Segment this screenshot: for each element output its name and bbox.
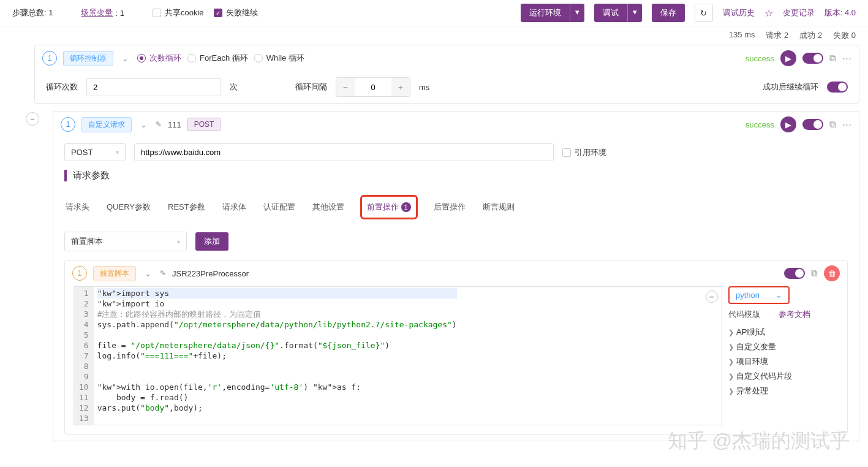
add-button[interactable]: 添加 (195, 232, 228, 251)
tab-assert[interactable]: 断言规则 (481, 195, 516, 219)
edit-icon[interactable]: ✎ (156, 120, 162, 129)
copy-icon[interactable]: ⧉ (829, 119, 836, 130)
radio-while-loop[interactable]: While 循环 (254, 53, 304, 64)
edit-icon[interactable]: ✎ (160, 269, 166, 278)
loop-count-input[interactable] (86, 78, 221, 96)
tree-item[interactable]: ❯自定义变量 (728, 340, 839, 354)
fail-continue-checkbox[interactable]: ✓失败继续 (214, 7, 258, 18)
debug-button[interactable]: 调试 ▾ (594, 4, 642, 22)
loop-count-unit: 次 (230, 82, 238, 93)
chevron-down-icon[interactable]: ⌄ (138, 120, 149, 129)
interval-stepper[interactable]: − + (336, 77, 410, 97)
interval-unit: ms (419, 83, 429, 92)
method-tag: POST (187, 118, 221, 131)
tab-body[interactable]: 请求体 (221, 195, 247, 219)
tree-item[interactable]: ❯项目环境 (728, 354, 839, 369)
request-name[interactable]: 111 (168, 120, 181, 129)
stat-fail: 失败 0 (833, 30, 856, 41)
preprocessor-card: 1 前置脚本 ⌄ ✎JSR223PreProcessor ⧉ 🗑 − 12345… (64, 260, 848, 435)
step-number: 1 (42, 51, 57, 66)
stat-success: 成功 2 (799, 30, 822, 41)
tab-rest[interactable]: REST参数 (167, 195, 206, 219)
collapse-code-icon[interactable]: − (706, 290, 718, 303)
radio-foreach-loop[interactable]: ForEach 循环 (187, 53, 248, 64)
scene-vars-value: : 1 (115, 9, 124, 18)
stat-time: 135 ms (729, 30, 755, 41)
continue-toggle[interactable] (827, 82, 848, 93)
tree-item[interactable]: ❯异常处理 (728, 384, 839, 398)
language-select[interactable]: python⌄ (728, 286, 790, 304)
delete-button[interactable]: 🗑 (824, 265, 840, 281)
stepper-plus[interactable]: + (391, 78, 410, 96)
chevron-down-icon[interactable]: ⌄ (119, 54, 131, 63)
share-cookie-checkbox[interactable]: 共享cookie (153, 7, 204, 18)
template-label: 代码模版 (728, 309, 760, 320)
change-log-link[interactable]: 变更记录 (783, 7, 815, 18)
radio-count-loop[interactable]: 次数循环 (137, 53, 181, 64)
version[interactable]: 版本: 4.0 (825, 7, 856, 18)
continue-label: 成功后继续循环 (763, 82, 818, 93)
chevron-down-icon[interactable]: ▾ (627, 4, 642, 22)
chevron-down-icon[interactable]: ⌄ (142, 269, 154, 278)
code-editor[interactable]: − 12345678910111213 "kw">import sys"kw">… (74, 286, 722, 425)
request-params-title: 请求参数 (64, 170, 848, 181)
save-button[interactable]: 保存 (652, 4, 685, 22)
more-icon[interactable]: ⋯ (842, 119, 851, 130)
steps-label: 步骤总数: 1 (12, 7, 53, 18)
param-tabs: 请求头 QUERY参数 REST参数 请求体 认证配置 其他设置 前置操作 1 … (64, 190, 848, 224)
loop-interval-label: 循环间隔 (295, 82, 327, 93)
script-side-panel: python⌄ 代码模版 参考文档 ❯API测试❯自定义变量❯项目环境❯自定义代… (728, 286, 839, 425)
tab-query[interactable]: QUERY参数 (105, 195, 152, 219)
enable-toggle[interactable] (784, 268, 805, 279)
scene-vars[interactable]: 场景变量 (81, 7, 113, 18)
tab-headers[interactable]: 请求头 (64, 195, 91, 219)
url-input[interactable] (134, 143, 554, 161)
tree-item[interactable]: ❯API测试 (728, 325, 839, 340)
request-card: 1 自定义请求 ⌄ ✎111 POST success ▶ ⧉ ⋯ POST▾ … (53, 111, 859, 441)
status-success: success (745, 54, 774, 63)
loop-count-label: 循环次数 (46, 82, 78, 93)
chevron-down-icon[interactable]: ▾ (570, 4, 584, 22)
tab-post-action[interactable]: 后置操作 (432, 195, 467, 219)
copy-icon[interactable]: ⧉ (811, 268, 818, 279)
tree-item[interactable]: ❯自定义代码片段 (728, 369, 839, 384)
tab-pre-action[interactable]: 前置操作 1 (366, 198, 412, 216)
stats-bar: 135 ms 请求 2 成功 2 失败 0 (0, 26, 868, 45)
code-content[interactable]: "kw">import sys"kw">import io#注意：此路径容器内部… (94, 287, 461, 425)
enable-toggle[interactable] (802, 53, 823, 64)
step-number: 1 (61, 117, 75, 132)
copy-icon[interactable]: ⧉ (829, 53, 836, 64)
top-toolbar: 步骤总数: 1 场景变量: 1 共享cookie ✓失败继续 运行环境 ▾ 调试… (0, 0, 868, 26)
ref-env-checkbox[interactable]: 引用环境 (562, 147, 606, 158)
pre-script-tag: 前置脚本 (93, 266, 136, 281)
refresh-button[interactable]: ↻ (695, 4, 713, 22)
run-env-button[interactable]: 运行环境 ▾ (521, 4, 584, 22)
run-env-label[interactable]: 运行环境 (521, 4, 570, 22)
reference-doc-link[interactable]: 参考文档 (779, 309, 810, 320)
stepper-minus[interactable]: − (336, 78, 355, 96)
highlight-pre-tab: 前置操作 1 (360, 195, 418, 219)
debug-history-link[interactable]: 调试历史 (723, 7, 755, 18)
custom-request-tag: 自定义请求 (81, 117, 132, 132)
method-select[interactable]: POST▾ (64, 143, 126, 161)
more-icon[interactable]: ⋯ (842, 53, 851, 64)
pre-action-type-select[interactable]: 前置脚本▾ (64, 232, 187, 251)
script-name[interactable]: JSR223PreProcessor (172, 269, 249, 278)
loop-controller-card: 1 循环控制器 ⌄ 次数循环 ForEach 循环 While 循环 succe… (34, 45, 859, 104)
status-success: success (745, 120, 774, 129)
collapse-toggle[interactable]: − (26, 112, 39, 126)
pre-badge: 1 (401, 202, 411, 212)
debug-label[interactable]: 调试 (594, 4, 627, 22)
play-button[interactable]: ▶ (780, 50, 796, 66)
tab-auth[interactable]: 认证配置 (262, 195, 296, 219)
tab-other[interactable]: 其他设置 (311, 195, 345, 219)
loop-controller-tag: 循环控制器 (63, 51, 113, 66)
star-icon[interactable]: ☆ (764, 7, 773, 19)
play-button[interactable]: ▶ (780, 116, 796, 132)
interval-input[interactable] (355, 83, 391, 92)
enable-toggle[interactable] (802, 119, 823, 130)
stat-requests: 请求 2 (766, 30, 788, 41)
step-number: 1 (72, 266, 87, 281)
line-gutter: 12345678910111213 (74, 287, 94, 425)
